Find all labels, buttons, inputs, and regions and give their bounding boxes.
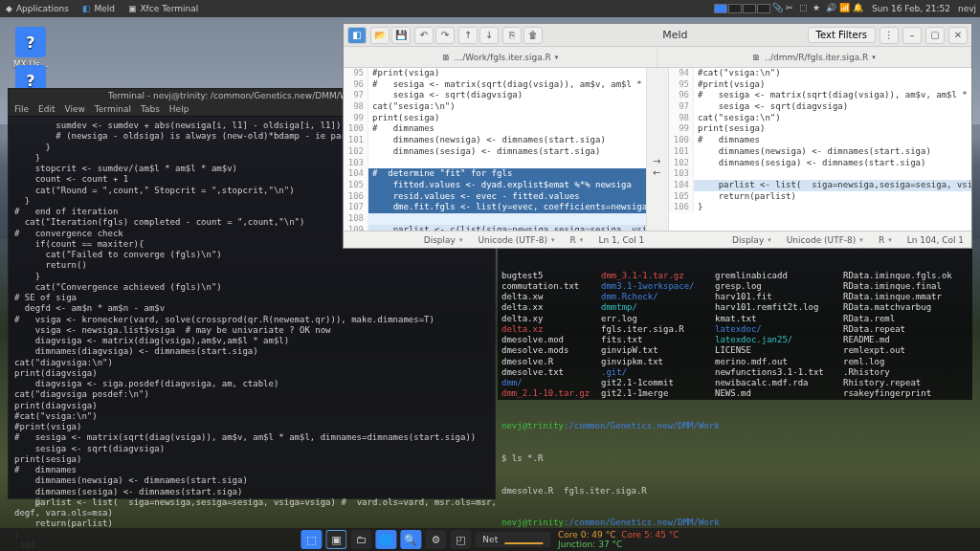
taskbar-item-terminal[interactable]: ▣ Xfce Terminal xyxy=(122,2,204,15)
volume-icon[interactable]: 🔊 xyxy=(826,3,837,14)
line-number: 106 xyxy=(669,202,694,213)
code-text xyxy=(694,168,971,180)
undo-button[interactable]: ↶ xyxy=(414,27,434,44)
menu-view[interactable]: View xyxy=(65,104,85,114)
display-mode[interactable]: Display xyxy=(416,235,471,245)
code-line: 96# sesiga <- matrix(sqrt(diag(vsiga)), … xyxy=(669,90,971,101)
desktop-icon-mxuser[interactable]: ? MX Us... xyxy=(8,27,54,69)
prompt-user: nevj@trinity xyxy=(501,421,564,430)
code-text: dimnames(sesiga) <- dimnames(start.siga) xyxy=(694,158,971,169)
terminal-line: # dimnames xyxy=(14,465,489,475)
tray-icon[interactable]: ✂ xyxy=(786,3,797,14)
code-text: parlist <- list( siga=newsiga,sesiga=ses… xyxy=(694,180,971,191)
network-icon[interactable]: 📶 xyxy=(839,3,851,14)
menu-terminal[interactable]: Terminal xyxy=(95,104,131,114)
task-search[interactable]: 🔍 xyxy=(400,530,421,549)
arrow-left-icon[interactable]: ← xyxy=(653,167,660,178)
file-entry: NEWS.md xyxy=(715,388,839,399)
menu-edit[interactable]: Edit xyxy=(38,104,55,114)
terminal-line: vsiga <- newsiga.list$vsiga # may be uni… xyxy=(14,325,489,336)
file-tab-right[interactable]: 🗎 ../dmm/R/fgls.iter.siga.R ▾ xyxy=(657,47,971,67)
menu-button[interactable]: ⋮ xyxy=(880,27,899,44)
encoding[interactable]: Unicode (UTF-8) xyxy=(470,235,562,245)
file-entry: RData.iminque.mmatr xyxy=(843,292,977,302)
save-button[interactable]: 💾 xyxy=(391,27,411,44)
clock[interactable]: Sun 16 Feb, 21:52 xyxy=(866,4,956,13)
language[interactable]: R xyxy=(563,235,591,245)
meld-title: Meld xyxy=(546,29,804,41)
right-terminal[interactable]: bugtest5dmm_3.1-1.tar.gzgremlinabicaddRD… xyxy=(498,247,972,400)
code-line: 103 xyxy=(669,168,971,180)
code-text: } xyxy=(694,202,971,213)
terminal-line: #cat("vsiga:\n") xyxy=(14,411,489,422)
tray-icon[interactable]: 📎 xyxy=(772,3,784,14)
task-files[interactable]: 🗀 xyxy=(350,530,371,549)
taskbar-item-meld[interactable]: ◧ Meld xyxy=(77,2,121,15)
task-terminal[interactable]: ▣ xyxy=(325,530,346,549)
delete-button[interactable]: 🗑 xyxy=(523,27,543,44)
show-desktop-button[interactable]: ⬚ xyxy=(301,530,322,549)
line-number: 94 xyxy=(669,68,694,79)
file-entry: err.log xyxy=(601,314,711,324)
text-filters-button[interactable]: Text Filters xyxy=(808,27,876,43)
menu-help[interactable]: Help xyxy=(169,104,189,114)
task-label: Meld xyxy=(94,4,115,13)
code-line: 95#print(vsiga) xyxy=(669,79,971,91)
terminal-line: print(diagvsiga) xyxy=(14,401,489,411)
bottom-taskbar: ⬚ ▣ 🗀 🌐 🔍 ⚙ ◰ Net Core 0: 49 °C Core 5: … xyxy=(0,528,980,551)
code-text: resid.values <- evec - fitted.values xyxy=(368,191,646,203)
code-line: 98cat("sesiga:\n") xyxy=(344,101,646,113)
task-app[interactable]: ◰ xyxy=(450,530,471,549)
code-line: 102 dimnames(sesiga) <- dimnames(start.s… xyxy=(669,158,971,169)
code-line: 103 xyxy=(344,158,646,169)
temperature-widget[interactable]: Core 0: 49 °C Core 5: 45 °C Junction: 37… xyxy=(558,530,679,549)
terminal-line: sesiga <- sqrt(diagvsiga) xyxy=(14,444,489,454)
meld-left-pane[interactable]: 95#print(vsiga)96# sesiga <- matrix(sqrt… xyxy=(344,68,646,231)
copy-button[interactable]: ⎘ xyxy=(502,27,522,44)
file-entry: dmm_2.1-10.tar.gz xyxy=(501,388,597,399)
next-diff-button[interactable]: ↓ xyxy=(479,27,499,44)
meld-logo-icon[interactable]: ◧ xyxy=(347,27,367,44)
menu-tabs[interactable]: Tabs xyxy=(141,104,160,114)
applications-menu[interactable]: ◆ Applications xyxy=(0,2,75,15)
meld-titlebar[interactable]: ◧ 📂 💾 ↶ ↷ ↑ ↓ ⎘ 🗑 Meld Text Filters ⋮ – … xyxy=(344,24,971,47)
code-text: # dimnames xyxy=(694,135,971,146)
prev-diff-button[interactable]: ↑ xyxy=(458,27,478,44)
code-text: print(sesiga) xyxy=(694,123,971,135)
code-line: 99print(sesiga) xyxy=(344,113,646,124)
arrow-right-icon[interactable]: → xyxy=(653,156,660,166)
network-widget[interactable]: Net xyxy=(475,532,550,548)
encoding[interactable]: Unicode (UTF-8) xyxy=(779,235,871,245)
file-entry: .Rhistory xyxy=(843,367,977,378)
workspace-switcher[interactable] xyxy=(714,4,770,13)
file-entry: remlexpt.out xyxy=(843,345,977,356)
close-button[interactable]: ✕ xyxy=(948,27,968,44)
tray-icon[interactable]: ★ xyxy=(813,3,824,14)
code-line: 109 parlist <- c(list(siga=newsiga,sesig… xyxy=(344,225,646,231)
tray-icon[interactable]: ⬚ xyxy=(799,3,811,14)
file-icon: 🗎 xyxy=(752,53,761,62)
task-settings[interactable]: ⚙ xyxy=(425,530,446,549)
line-number: 105 xyxy=(669,191,694,203)
maximize-button[interactable]: ▢ xyxy=(925,27,945,44)
file-tab-left[interactable]: 🗎 .../Work/fgls.iter.siga.R ▾ xyxy=(344,47,657,67)
line-number: 106 xyxy=(344,191,368,203)
file-entry: gremlinabicadd xyxy=(715,271,839,281)
display-mode[interactable]: Display xyxy=(724,235,779,245)
user-label[interactable]: nevj xyxy=(958,4,976,13)
minimize-button[interactable]: – xyxy=(902,27,922,44)
language[interactable]: R xyxy=(871,235,900,245)
open-button[interactable]: 📂 xyxy=(370,27,390,44)
file-entry: reml.log xyxy=(843,357,977,367)
code-text: # sesiga <- matrix(sqrt(diag(vsiga)), am… xyxy=(694,90,971,101)
task-browser[interactable]: 🌐 xyxy=(375,530,396,549)
meld-file-tabs: 🗎 .../Work/fgls.iter.siga.R ▾ 🗎 ../dmm/R… xyxy=(344,47,971,68)
code-line: 101 dimnames(newsiga) <- dimnames(start.… xyxy=(669,146,971,158)
redo-button[interactable]: ↷ xyxy=(435,27,455,44)
menu-file[interactable]: File xyxy=(14,104,29,114)
net-label: Net xyxy=(482,535,498,544)
meld-right-pane[interactable]: 94#cat("vsiga:\n")95#print(vsiga)96# ses… xyxy=(669,68,971,231)
notification-icon[interactable]: 🔔 xyxy=(853,3,864,14)
terminal-line: cat("diagvsiga:\n") xyxy=(14,358,489,368)
line-number: 107 xyxy=(344,202,368,213)
